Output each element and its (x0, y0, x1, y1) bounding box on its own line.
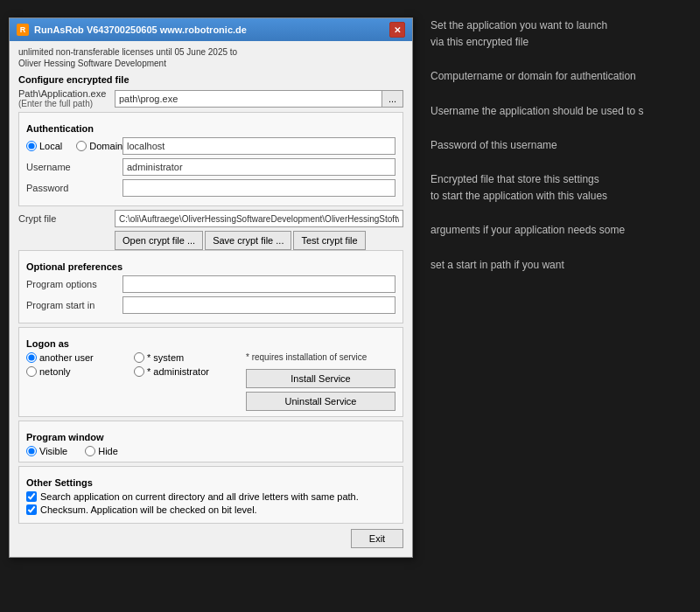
computername-input[interactable] (122, 137, 396, 155)
username-label: Username (26, 162, 122, 172)
crypt-file-label: Crypt file (18, 213, 115, 224)
service-buttons: Install Service Uninstall Service (246, 369, 396, 411)
username-row: Username (26, 158, 396, 176)
crypt-file-row: Crypt file (18, 210, 403, 227)
system-radio-label[interactable]: * system (134, 352, 239, 363)
search-checkbox[interactable] (26, 491, 37, 502)
domain-radio[interactable] (76, 141, 87, 151)
program-options-label: Program options (26, 279, 122, 289)
netonly-radio-label[interactable]: netonly (26, 366, 127, 377)
title-bar: R RunAsRob V643700250605 www.robotronic.… (10, 18, 412, 41)
program-options-row: Program options (26, 275, 396, 293)
password-input[interactable] (122, 179, 396, 197)
local-radio-label[interactable]: Local (26, 141, 62, 151)
logon-col2: * system * administrator (134, 352, 239, 377)
logon-col1: another user netonly (26, 352, 127, 377)
help-entry5: Encrypted file that store this settings … (430, 171, 682, 205)
username-input[interactable] (122, 158, 396, 176)
test-crypt-button[interactable]: Test crypt file (293, 231, 365, 250)
another-user-radio[interactable] (26, 352, 37, 363)
title-bar-left: R RunAsRob V643700250605 www.robotronic.… (17, 24, 247, 36)
local-radio[interactable] (26, 141, 37, 151)
optional-header: Optional preferences (26, 261, 396, 272)
administrator-radio-label[interactable]: * administrator (134, 366, 239, 377)
auth-header: Authentication (26, 123, 396, 134)
license-text: unlimited non-transferable licenses unti… (18, 46, 403, 69)
crypt-buttons-row: Open crypt file ... Save crypt file ... … (115, 231, 403, 250)
logon-section: Logon as another user netonly (18, 327, 403, 417)
requires-service-note: * requires installation of service (246, 352, 396, 362)
logon-col3: * requires installation of service Insta… (246, 352, 396, 411)
path-label: Path\Application.exe (Enter the full pat… (18, 88, 115, 108)
auth-section: Authentication Local Domain Userna (18, 112, 403, 206)
program-start-in-row: Program start in (26, 296, 396, 314)
local-domain-row: Local Domain (26, 137, 396, 155)
program-window-radios: Visible Hide (26, 446, 396, 456)
help-entry6-line1: arguments if your application needs some (430, 222, 682, 239)
checkbox1-row: Search application on current directory … (26, 491, 396, 502)
system-radio[interactable] (134, 352, 144, 363)
help-entry7-line1: set a start in path if you want (430, 257, 682, 274)
configure-section-header: Configure encrypted file (18, 74, 403, 85)
domain-label: Domain (89, 141, 122, 151)
help-entry1: Set the application you want to launch v… (430, 17, 682, 51)
hide-radio[interactable] (85, 446, 95, 456)
license-line1: unlimited non-transferable licenses unti… (18, 46, 403, 58)
help-panel: Set the application you want to launch v… (413, 0, 700, 309)
program-start-in-label: Program start in (26, 300, 122, 310)
help-entry6: arguments if your application needs some (430, 222, 682, 239)
program-start-in-input[interactable] (122, 296, 396, 314)
administrator-radio[interactable] (134, 366, 144, 377)
main-dialog: R RunAsRob V643700250605 www.robotronic.… (9, 17, 413, 558)
help-entry7: set a start in path if you want (430, 257, 682, 274)
netonly-radio[interactable] (26, 366, 37, 377)
checkbox2-label: Checksum. Application will be checked on… (40, 504, 257, 515)
crypt-file-input[interactable] (115, 210, 403, 227)
help-entry2-line1: Computername or domain for authenticatio… (430, 68, 682, 85)
help-entry4-line1: Password of this username (430, 137, 682, 154)
help-entry1-line1: Set the application you want to launch (430, 17, 682, 34)
password-label: Password (26, 183, 122, 193)
logon-header: Logon as (26, 338, 396, 349)
path-input[interactable] (115, 90, 382, 108)
exit-row: Exit (18, 529, 403, 548)
dialog-body: unlimited non-transferable licenses unti… (10, 41, 412, 557)
password-row: Password (26, 179, 396, 197)
path-row: Path\Application.exe (Enter the full pat… (18, 88, 403, 108)
help-entry5-line2: to start the application with this value… (430, 188, 682, 205)
program-window-header: Program window (26, 432, 396, 442)
domain-radio-label[interactable]: Domain (76, 141, 122, 151)
close-button[interactable]: ✕ (389, 22, 405, 38)
open-crypt-button[interactable]: Open crypt file ... (115, 231, 203, 250)
help-entry1-line2: via this encrypted file (430, 34, 682, 51)
license-line2: Oliver Hessing Software Development (18, 58, 403, 69)
program-options-input[interactable] (122, 275, 396, 293)
checkbox2-row: Checksum. Application will be checked on… (26, 504, 396, 515)
help-entry5-line1: Encrypted file that store this settings (430, 171, 682, 188)
hide-radio-label[interactable]: Hide (85, 446, 118, 456)
help-entry4: Password of this username (430, 137, 682, 154)
app-icon: R (17, 24, 29, 36)
install-service-button[interactable]: Install Service (246, 369, 396, 388)
checksum-checkbox[interactable] (26, 504, 37, 515)
help-entry3-line1: Username the application should be used … (430, 103, 682, 120)
help-entry3: Username the application should be used … (430, 103, 682, 120)
other-settings-section: Other Settings Search application on cur… (18, 466, 403, 524)
path-browse-button[interactable]: ... (382, 90, 403, 108)
uninstall-service-button[interactable]: Uninstall Service (246, 392, 396, 411)
title-bar-text: RunAsRob V643700250605 www.robotronic.de (34, 24, 247, 35)
local-label: Local (39, 141, 62, 151)
program-window-section: Program window Visible Hide (18, 421, 403, 462)
logon-content: another user netonly * system * (26, 352, 396, 411)
help-entry2: Computername or domain for authenticatio… (430, 68, 682, 85)
checkbox1-label: Search application on current directory … (40, 491, 359, 502)
optional-section: Optional preferences Program options Pro… (18, 250, 403, 323)
other-settings-header: Other Settings (26, 477, 396, 488)
save-crypt-button[interactable]: Save crypt file ... (205, 231, 291, 250)
another-user-radio-label[interactable]: another user (26, 352, 127, 363)
visible-radio-label[interactable]: Visible (26, 446, 67, 456)
exit-button[interactable]: Exit (351, 529, 403, 548)
radio-group-container: Local Domain (26, 141, 122, 151)
visible-radio[interactable] (26, 446, 37, 456)
